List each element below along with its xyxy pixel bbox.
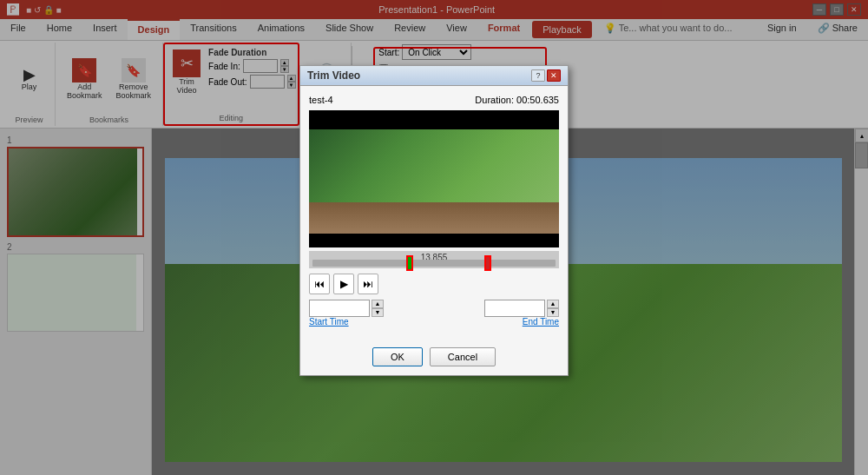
video-preview-container [309,110,559,247]
dialog-close-button[interactable]: ✕ [547,69,561,82]
play-pause-button[interactable]: ▶ [333,274,354,294]
start-time-down[interactable]: ▼ [372,308,384,317]
trim-video-dialog: Trim Video ? ✕ test-4 Duration: 00:50.63… [299,65,569,376]
video-name: test-4 [309,95,333,105]
end-handle[interactable] [484,255,491,271]
start-time-up[interactable]: ▲ [372,300,384,308]
modal-overlay: Trim Video ? ✕ test-4 Duration: 00:50.63… [0,0,868,475]
ok-button[interactable]: OK [372,347,423,366]
end-time-group: 02:03.831 ▲ ▼ End Time [484,300,559,327]
end-time-input-row: 02:03.831 ▲ ▼ [484,300,559,317]
end-time-up[interactable]: ▲ [547,300,559,308]
end-time-down[interactable]: ▼ [547,308,559,317]
start-time-spinner[interactable]: ▲ ▼ [372,300,384,317]
end-time-label[interactable]: End Time [523,317,559,327]
cancel-button[interactable]: Cancel [430,347,496,366]
modal-title-text: Trim Video [307,69,360,82]
step-forward-button[interactable]: ⏭ [358,274,378,294]
end-time-spinner[interactable]: ▲ ▼ [547,300,559,317]
video-duration: Duration: 00:50.635 [475,95,559,105]
dialog-help-button[interactable]: ? [531,69,545,82]
start-time-label[interactable]: Start Time [309,317,349,327]
start-time-input[interactable]: 01:13.196 [309,300,370,317]
time-input-row: 01:13.196 ▲ ▼ Start Time 02:03.831 ▲ ▼ [309,300,559,327]
timeline-bar[interactable] [312,260,556,267]
modal-title-bar: Trim Video ? ✕ [300,66,568,86]
video-info-row: test-4 Duration: 00:50.635 [309,95,559,105]
start-time-input-row: 01:13.196 ▲ ▼ [309,300,384,317]
playback-controls: ⏮ ▶ ⏭ [309,274,559,294]
rewind-button[interactable]: ⏮ [309,274,330,294]
ground-area [309,202,559,234]
modal-body: test-4 Duration: 00:50.635 13.855 [300,86,568,342]
control-buttons: ⏮ ▶ ⏭ [309,274,378,294]
video-frame [309,129,559,234]
start-handle[interactable] [406,255,413,271]
timeline-container: 13.855 [309,251,559,268]
end-time-input[interactable]: 02:03.831 [484,300,545,317]
modal-footer: OK Cancel [300,342,568,375]
modal-title-buttons: ? ✕ [531,69,561,82]
video-top-bar [309,110,559,129]
start-time-group: 01:13.196 ▲ ▼ Start Time [309,300,384,327]
video-bottom-bar [309,234,559,247]
